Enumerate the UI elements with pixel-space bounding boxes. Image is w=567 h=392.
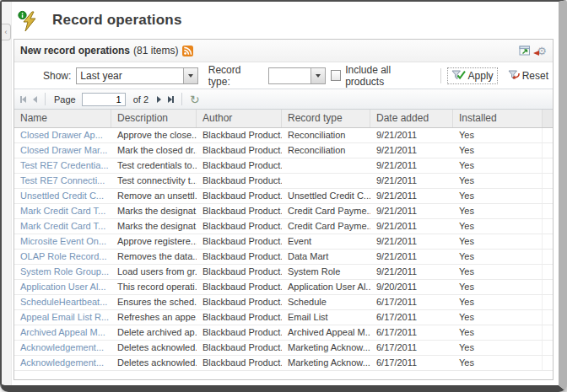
cell-description: Load users from gr...: [111, 265, 197, 279]
list-title: New record operations: [20, 45, 130, 56]
table-row[interactable]: Appeal Email List R...Refreshes an appe.…: [14, 310, 553, 325]
record-operation-link[interactable]: Mark Credit Card T...: [14, 204, 111, 218]
table-row[interactable]: Mark Credit Card T...Marks the designat.…: [14, 219, 553, 234]
main-area: Record operations New record operations …: [12, 2, 559, 385]
record-operation-link[interactable]: Acknowledgement...: [14, 356, 111, 370]
cell-description: Test connectivity t...: [111, 174, 197, 188]
list-count: (81 items): [133, 45, 178, 56]
table-row[interactable]: Unsettled Credit C...Remove an unsettl..…: [14, 189, 553, 204]
apply-label: Apply: [468, 70, 494, 82]
table-row[interactable]: Application User Al...This record operat…: [14, 280, 553, 295]
table-row[interactable]: Microsite Event On...Approve registere..…: [14, 234, 553, 250]
cell-record-type: System Role: [282, 265, 370, 279]
column-header-description[interactable]: Description: [111, 110, 197, 127]
apply-button[interactable]: Apply: [447, 67, 498, 84]
record-operation-link[interactable]: Test RE7 Credentia...: [14, 158, 111, 173]
cell-description: Approve the close...: [111, 128, 197, 142]
column-header-name[interactable]: Name: [14, 110, 111, 127]
show-dropdown-button[interactable]: [183, 68, 197, 83]
record-operation-link[interactable]: Acknowledgement...: [14, 341, 111, 355]
table-row[interactable]: Test RE7 Connecti...Test connectivity t.…: [14, 174, 553, 189]
page-options-icon[interactable]: ⚙: [537, 46, 547, 56]
cell-date-added: 9/21/2011: [370, 219, 453, 234]
record-operation-link[interactable]: Unsettled Credit C...: [14, 189, 111, 203]
table-row[interactable]: Acknowledgement...Deletes acknowled...Bl…: [14, 341, 553, 356]
show-select[interactable]: Last year: [76, 67, 197, 84]
cell-record-type: Unsettled Credit C...: [282, 189, 370, 203]
cell-date-added: 6/17/2011: [370, 295, 453, 309]
first-page-button[interactable]: [19, 94, 28, 105]
row-tail-cell: [543, 265, 553, 279]
cell-date-added: 6/17/2011: [370, 356, 453, 370]
table-row[interactable]: System Role Group...Load users from gr..…: [14, 265, 553, 280]
collapse-panel-arrow-icon[interactable]: ‹: [2, 24, 11, 40]
column-header-author[interactable]: Author: [197, 110, 282, 127]
reset-button[interactable]: Reset: [501, 67, 553, 84]
cell-date-added: 6/17/2011: [370, 325, 453, 340]
cell-record-type: Schedule: [282, 295, 370, 309]
column-header-date-added[interactable]: Date added: [370, 110, 453, 127]
cell-date-added: 9/21/2011: [370, 158, 453, 173]
cell-author: Blackbaud Product...: [197, 295, 282, 309]
reset-funnel-icon: [505, 70, 520, 81]
cell-installed: Yes: [453, 310, 543, 325]
cell-installed: Yes: [453, 280, 543, 294]
last-page-button[interactable]: [166, 94, 176, 105]
table-row[interactable]: Mark Credit Card T...Marks the designat.…: [14, 204, 553, 219]
row-tail-cell: [543, 325, 553, 340]
table-row[interactable]: Closed Drawer Ap...Approve the close...B…: [14, 128, 553, 143]
row-tail-cell: [543, 295, 553, 309]
record-operation-link[interactable]: Mark Credit Card T...: [14, 219, 111, 234]
record-operation-link[interactable]: ScheduleHeartbeat...: [14, 295, 111, 309]
pagination-bar: Page of 2 ↻: [14, 89, 553, 110]
page-number-input[interactable]: [82, 93, 126, 106]
table-row[interactable]: Test RE7 Credentia...Test credentials to…: [14, 158, 553, 174]
record-type-label: Record type:: [208, 64, 263, 88]
record-operation-link[interactable]: Test RE7 Connecti...: [14, 174, 111, 188]
cell-description: Delete archived ap...: [111, 325, 197, 340]
cell-date-added: 9/21/2011: [370, 234, 453, 249]
refresh-icon[interactable]: ↻: [188, 94, 202, 105]
cell-description: Removes the data...: [111, 250, 197, 264]
pager-separator: [45, 93, 46, 105]
record-operation-link[interactable]: Archived Appeal M...: [14, 325, 111, 340]
record-operation-link[interactable]: Closed Drawer Ap...: [14, 128, 111, 142]
open-new-window-icon[interactable]: [519, 45, 532, 56]
column-header-installed[interactable]: Installed: [453, 110, 543, 127]
record-type-select[interactable]: [268, 67, 325, 84]
cell-author: Blackbaud Product...: [197, 325, 282, 340]
column-header-record-type[interactable]: Record type: [282, 110, 370, 127]
column-header-tail: [543, 110, 553, 127]
record-operation-link[interactable]: System Role Group...: [14, 265, 111, 279]
cell-installed: Yes: [453, 295, 543, 309]
row-tail-cell: [543, 356, 553, 370]
cell-date-added: 9/21/2011: [370, 128, 453, 142]
record-operation-link[interactable]: Microsite Event On...: [14, 234, 111, 249]
next-page-button[interactable]: [155, 94, 163, 105]
cell-record-type: Credit Card Payme...: [282, 204, 370, 218]
cell-description: This record operati...: [111, 280, 197, 294]
app-window: ‹ Record operations New record operation…: [0, 0, 567, 392]
table-row[interactable]: Closed Drawer Mar...Mark the closed dr..…: [14, 143, 553, 158]
previous-page-button[interactable]: [31, 94, 39, 105]
cell-record-type: Reconciliation: [282, 143, 370, 158]
record-type-dropdown-button[interactable]: [310, 68, 325, 83]
table-row[interactable]: ScheduleHeartbeat...Ensures the sched...…: [14, 295, 553, 310]
record-operation-link[interactable]: Closed Drawer Mar...: [14, 143, 111, 158]
table-row[interactable]: Acknowledgement...Deletes acknowled...Bl…: [14, 356, 553, 371]
record-operation-link[interactable]: Application User Al...: [14, 280, 111, 294]
row-tail-cell: [543, 280, 553, 294]
table-row[interactable]: OLAP Role Record...Removes the data...Bl…: [14, 250, 553, 265]
row-tail-cell: [543, 189, 553, 203]
cell-date-added: 9/21/2011: [370, 250, 453, 264]
table-row[interactable]: Archived Appeal M...Delete archived ap..…: [14, 325, 553, 341]
include-all-products-checkbox[interactable]: [331, 70, 342, 81]
record-operation-link[interactable]: OLAP Role Record...: [14, 250, 111, 264]
record-operation-link[interactable]: Appeal Email List R...: [14, 310, 111, 325]
rss-icon[interactable]: [182, 46, 193, 56]
splitter-strip: ‹: [2, 2, 12, 385]
cell-date-added: 6/17/2011: [370, 310, 453, 325]
chevron-down-icon: [188, 74, 193, 78]
cell-installed: Yes: [453, 204, 543, 218]
row-tail-cell: [543, 204, 553, 218]
